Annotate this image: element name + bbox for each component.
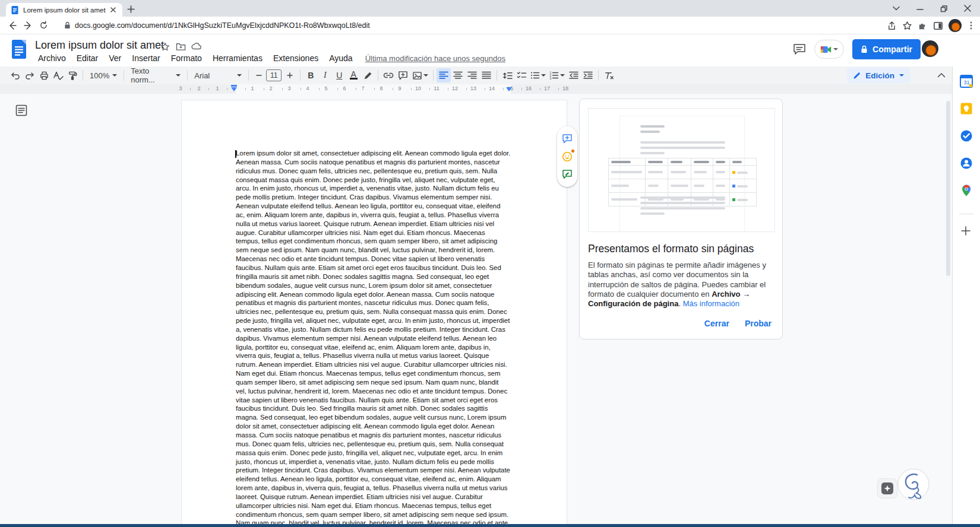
- paragraph-style-select[interactable]: Texto norm...: [127, 68, 184, 82]
- checklist-button[interactable]: [514, 68, 529, 82]
- justify-button[interactable]: [479, 68, 494, 82]
- url-text[interactable]: docs.google.com/document/d/1NkGlHgSuzkiT…: [75, 21, 370, 30]
- tab-close-icon[interactable]: [110, 7, 116, 12]
- add-comment-icon: [398, 71, 408, 81]
- tab-search-chevron-button[interactable]: [886, 0, 906, 17]
- show-outline-button[interactable]: [15, 104, 27, 119]
- increase-indent-button[interactable]: [581, 68, 595, 82]
- menu-ver[interactable]: Ver: [105, 52, 125, 64]
- keep-icon[interactable]: [960, 102, 973, 115]
- document-text[interactable]: Lorem ipsum dolor sit amet, consectetuer…: [236, 149, 511, 527]
- bookmark-star-icon[interactable]: [902, 21, 912, 31]
- restore-button[interactable]: [934, 0, 954, 17]
- account-avatar[interactable]: [922, 40, 938, 57]
- share-button[interactable]: Compartir: [852, 39, 921, 59]
- ruler-label: 16: [526, 85, 532, 91]
- print-button[interactable]: [37, 68, 51, 82]
- align-center-button[interactable]: [451, 68, 465, 82]
- forward-button[interactable]: [20, 18, 36, 33]
- tab-title: Lorem ipsum dolor sit amet - Do: [23, 7, 106, 14]
- cloud-status-icon[interactable]: [191, 42, 202, 50]
- menu-insertar[interactable]: Insertar: [128, 52, 164, 64]
- increase-font-size-button[interactable]: [283, 68, 297, 82]
- spellcheck-icon: [53, 71, 64, 81]
- font-select[interactable]: Arial: [191, 68, 245, 82]
- paint-format-button[interactable]: [65, 68, 80, 82]
- share-page-icon[interactable]: [887, 21, 897, 31]
- decrease-indent-button[interactable]: [567, 68, 581, 82]
- reload-button[interactable]: [36, 18, 51, 33]
- add-comment-button[interactable]: [396, 68, 410, 82]
- ruler-label: 3: [287, 85, 290, 91]
- document-title[interactable]: Lorem ipsum dolor sit amet: [35, 39, 164, 52]
- menu-herramientas[interactable]: Herramientas: [208, 52, 267, 64]
- emoji-reaction-button[interactable]: [561, 151, 573, 163]
- close-panel-button[interactable]: Cerrar: [704, 319, 729, 328]
- first-line-indent-marker[interactable]: [231, 85, 237, 87]
- menu-editar[interactable]: Editar: [72, 52, 103, 64]
- decrease-font-size-button[interactable]: [252, 68, 266, 82]
- back-button[interactable]: [5, 18, 20, 33]
- side-panel-icon[interactable]: [933, 21, 943, 31]
- minimize-button[interactable]: [910, 0, 930, 17]
- hide-menus-button[interactable]: [937, 69, 946, 80]
- browser-address-bar: docs.google.com/document/d/1NkGlHgSuzkiT…: [0, 17, 980, 34]
- explore-button[interactable]: [877, 478, 897, 499]
- italic-button[interactable]: I: [318, 68, 332, 82]
- left-indent-marker[interactable]: [231, 87, 237, 91]
- right-indent-marker[interactable]: [506, 87, 512, 91]
- insert-link-button[interactable]: [381, 68, 396, 82]
- meet-call-button[interactable]: [814, 40, 844, 59]
- align-right-button[interactable]: [465, 68, 479, 82]
- last-modified-link[interactable]: Última modificación hace unos segundos: [365, 52, 505, 64]
- tasks-icon[interactable]: [960, 129, 973, 142]
- try-pageless-button[interactable]: Probar: [745, 319, 772, 328]
- show-comments-icon[interactable]: [793, 43, 806, 55]
- align-left-button[interactable]: [437, 68, 451, 82]
- editing-mode-button[interactable]: Edición: [847, 68, 910, 83]
- menu-formato[interactable]: Formato: [167, 52, 206, 64]
- font-size-input[interactable]: 11: [266, 69, 282, 81]
- extensions-puzzle-icon[interactable]: [918, 21, 928, 31]
- text-color-button[interactable]: A: [346, 68, 361, 82]
- bullet-list-button[interactable]: [529, 68, 548, 82]
- insert-image-button[interactable]: [410, 68, 430, 82]
- zoom-select[interactable]: 100%: [86, 68, 121, 82]
- undo-button[interactable]: [8, 68, 23, 82]
- star-document-icon[interactable]: [160, 42, 170, 52]
- close-window-button[interactable]: [957, 0, 978, 17]
- numbered-list-button[interactable]: 123: [548, 68, 567, 82]
- spellcheck-button[interactable]: [51, 68, 65, 82]
- google-docs-logo-icon[interactable]: [11, 39, 27, 59]
- calendar-icon[interactable]: 31: [960, 75, 973, 88]
- get-addons-button[interactable]: [960, 226, 971, 239]
- highlight-color-button[interactable]: [361, 68, 375, 82]
- redo-button[interactable]: [23, 68, 37, 82]
- checklist-icon: [517, 71, 527, 80]
- document-page[interactable]: Lorem ipsum dolor sit amet, consectetuer…: [181, 100, 567, 527]
- horizontal-ruler[interactable]: 321123456789101112131415161718: [0, 84, 980, 94]
- browser-menu-kebab-icon[interactable]: [967, 21, 975, 30]
- maps-icon[interactable]: [960, 184, 973, 197]
- menu-archivo[interactable]: Archivo: [34, 52, 70, 64]
- svg-text:31: 31: [964, 80, 970, 85]
- ruler-label: 2: [269, 85, 272, 91]
- new-tab-button[interactable]: [127, 5, 135, 15]
- move-to-folder-icon[interactable]: [176, 42, 186, 51]
- browser-tab[interactable]: Lorem ipsum dolor sit amet - Do: [6, 3, 122, 17]
- contacts-icon[interactable]: [960, 157, 973, 170]
- bold-button[interactable]: B: [304, 68, 318, 82]
- add-comment-fab-button[interactable]: [561, 133, 573, 145]
- line-spacing-button[interactable]: [500, 68, 514, 82]
- browser-profile-avatar[interactable]: [949, 19, 962, 32]
- explore-icon: [881, 482, 893, 494]
- suggest-edits-button[interactable]: [561, 169, 573, 180]
- menu-extensiones[interactable]: Extensiones: [269, 52, 323, 64]
- scrollbar-thumb[interactable]: [946, 101, 950, 276]
- ruler-label: 17: [544, 85, 550, 91]
- clear-formatting-button[interactable]: [602, 68, 616, 82]
- learn-more-link[interactable]: Más información: [683, 299, 739, 308]
- line-spacing-icon: [502, 71, 513, 80]
- menu-ayuda[interactable]: Ayuda: [325, 52, 356, 64]
- underline-button[interactable]: U: [332, 68, 346, 82]
